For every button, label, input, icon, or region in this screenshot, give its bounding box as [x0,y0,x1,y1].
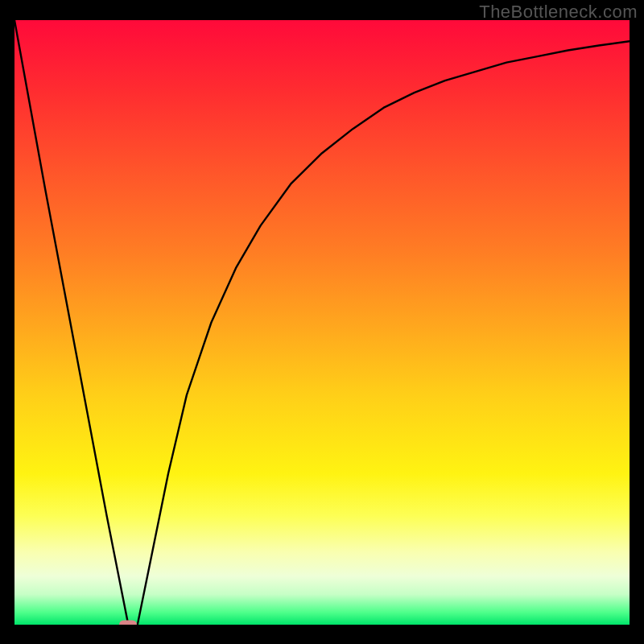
chart-frame: TheBottleneck.com [0,0,644,644]
optimal-point-marker [119,621,137,625]
bottleneck-curve [14,20,630,625]
plot-area [14,20,630,625]
watermark-label: TheBottleneck.com [479,2,638,23]
